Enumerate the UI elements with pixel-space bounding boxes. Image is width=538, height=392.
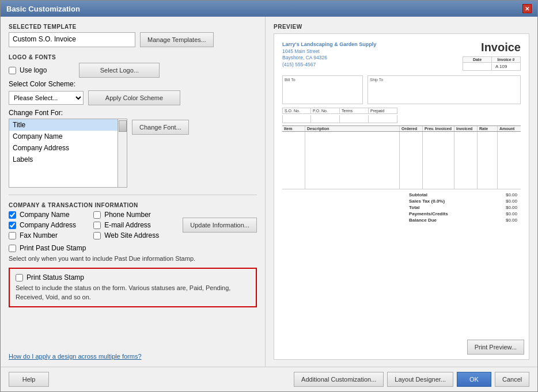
company-info-label: COMPANY & TRANSACTION INFORMATION	[9, 202, 257, 208]
title-bar: Basic Customization ✕	[1, 1, 537, 17]
cancel-button[interactable]: Cancel	[495, 372, 529, 387]
prepaid-header: Prepaid	[369, 108, 397, 114]
col-item: Item	[282, 126, 305, 131]
item-col	[282, 132, 305, 189]
payments-value: $0.00	[488, 211, 521, 217]
terms-value	[340, 115, 369, 123]
ship-to-label: Ship To	[370, 78, 518, 82]
phone-number-row: Phone Number	[93, 211, 173, 219]
web-site-checkbox[interactable]	[93, 232, 101, 239]
print-preview-container: Print Preview...	[467, 340, 524, 355]
ok-button[interactable]: OK	[457, 372, 491, 387]
payments-label: Payments/Credits	[406, 211, 488, 217]
font-list-item-company-address[interactable]: Company Address	[9, 142, 118, 154]
print-preview-button[interactable]: Print Preview...	[467, 340, 524, 355]
sales-tax-value: $0.00	[488, 198, 521, 204]
invoice-num-header: Invoice #	[492, 57, 521, 63]
date-header: Date	[463, 57, 492, 63]
balance-label: Balance Due	[406, 217, 488, 223]
font-listbox[interactable]: Title Company Name Company Address Label…	[9, 119, 118, 188]
font-listbox-container: Title Company Name Company Address Label…	[9, 119, 127, 188]
company-checks: Company Name Phone Number Company Addres…	[9, 211, 173, 239]
ordered-col	[400, 132, 423, 189]
line-items-body	[282, 132, 521, 189]
company-address-label: Company Address	[20, 221, 76, 229]
font-list-item-title[interactable]: Title	[9, 119, 118, 131]
company-address-checkbox[interactable]	[9, 222, 16, 229]
use-logo-row: Use logo Select Logo...	[9, 63, 257, 78]
print-status-checkbox[interactable]	[16, 274, 23, 281]
col-ordered: Ordered	[400, 126, 423, 131]
po-no-header: P.O. No.	[311, 108, 340, 114]
po-no-value	[311, 115, 340, 123]
status-info-text: Select to include the status on the form…	[16, 284, 250, 302]
print-status-box: Print Status Stamp Select to include the…	[9, 268, 257, 307]
web-site-row: Web Site Address	[93, 231, 173, 239]
update-info-button[interactable]: Update Information...	[183, 218, 257, 233]
change-font-label: Change Font For:	[9, 109, 257, 117]
color-scheme-select[interactable]: Please Select...	[9, 91, 84, 105]
listbox-scrollbar[interactable]	[118, 119, 127, 188]
invoice-preview: Larry's Landscaping & Garden Supply 1045…	[274, 34, 529, 359]
invoice-num-value: A 109	[492, 63, 521, 71]
close-button[interactable]: ✕	[522, 4, 532, 13]
change-font-section: Change Font For: Title Company Name Comp…	[9, 109, 257, 188]
additional-customization-button[interactable]: Additional Customization...	[294, 372, 384, 387]
right-panel: PREVIEW Larry's Landscaping & Garden Sup…	[266, 17, 537, 367]
past-due-info-text: Select only when you want to include Pas…	[9, 254, 257, 263]
print-past-due-label: Print Past Due Stamp	[20, 244, 86, 252]
prepaid-value	[369, 115, 397, 123]
prev-inv-col	[423, 132, 454, 189]
change-font-button[interactable]: Change Font...	[132, 120, 189, 135]
invoice-title: Invoice	[463, 41, 521, 54]
balance-value: $0.00	[488, 217, 521, 223]
select-logo-button[interactable]: Select Logo...	[79, 63, 160, 78]
company-name-row: Company Name	[9, 211, 89, 219]
selected-template-label: SELECTED TEMPLATE	[9, 24, 257, 30]
col-description: Description	[305, 126, 400, 131]
company-info-section: COMPANY & TRANSACTION INFORMATION Compan…	[9, 202, 257, 307]
phone-number-checkbox[interactable]	[93, 211, 101, 219]
company-name-checkbox[interactable]	[9, 211, 16, 219]
fax-number-checkbox[interactable]	[9, 232, 16, 239]
font-list-item-labels[interactable]: Labels	[9, 154, 118, 165]
subtotal-row: Subtotal $0.00	[406, 192, 521, 198]
help-link[interactable]: How do I apply a design across multiple …	[9, 348, 257, 360]
color-scheme-label: Select Color Scheme:	[9, 80, 75, 88]
dialog-title: Basic Customization	[6, 5, 80, 13]
font-list-item-company-name[interactable]: Company Name	[9, 131, 118, 142]
color-scheme-row: Select Color Scheme:	[9, 80, 257, 88]
fax-number-row: Fax Number	[9, 231, 89, 239]
manage-templates-button[interactable]: Manage Templates...	[140, 32, 214, 47]
print-past-due-checkbox[interactable]	[9, 245, 16, 252]
use-logo-label: Use logo	[20, 66, 47, 74]
company-info-checks-row: Company Name Phone Number Company Addres…	[9, 211, 257, 239]
sales-tax-row: Sales Tax (0.0%) $0.00	[406, 198, 521, 204]
bill-to-box: Bill To	[282, 75, 363, 104]
invoice-title-area: Invoice Date Invoice # A 109	[463, 41, 521, 71]
so-no-header: S.O. No.	[282, 108, 311, 114]
amount-col	[498, 132, 521, 189]
company-address-row: Company Address	[9, 221, 89, 229]
apply-color-button[interactable]: Apply Color Scheme	[88, 90, 180, 105]
rate-col	[478, 132, 498, 189]
bill-to-label: Bill To	[285, 78, 361, 82]
use-logo-checkbox[interactable]	[9, 67, 16, 74]
sales-tax-label: Sales Tax (0.0%)	[406, 198, 488, 204]
preview-address1: 1045 Main Street	[282, 48, 376, 55]
invoiced-col	[454, 132, 478, 189]
logo-fonts-label: LOGO & FONTS	[9, 54, 257, 60]
email-address-checkbox[interactable]	[93, 222, 101, 229]
scrollbar-thumb	[119, 120, 127, 132]
help-button[interactable]: Help	[9, 372, 49, 387]
phone-number-label: Phone Number	[104, 211, 151, 219]
ship-to-box: Ship To	[367, 75, 521, 104]
layout-designer-button[interactable]: Layout Designer...	[387, 372, 453, 387]
invoice-header: Larry's Landscaping & Garden Supply 1045…	[282, 41, 521, 71]
print-status-row: Print Status Stamp	[16, 273, 250, 281]
totals-section: Subtotal $0.00 Sales Tax (0.0%) $0.00 To…	[282, 192, 521, 223]
col-amount: Amount	[498, 126, 521, 131]
fax-number-label: Fax Number	[20, 231, 58, 239]
subtotal-label: Subtotal	[406, 192, 488, 198]
balance-row: Balance Due $0.00	[406, 217, 521, 223]
